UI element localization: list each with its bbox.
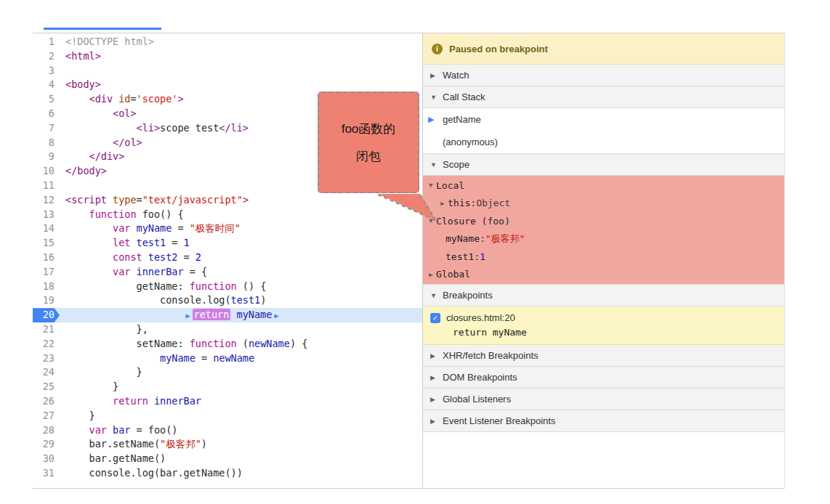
- code-text: myName = newName: [60, 351, 422, 366]
- line-number[interactable]: 8: [33, 136, 60, 150]
- call-stack-frame[interactable]: (anonymous): [423, 131, 784, 153]
- debugger-sidebar: i Paused on breakpoint ▶Watch▼Call Stack…: [423, 33, 784, 488]
- chevron-right-icon: ▶: [429, 271, 436, 278]
- code-line[interactable]: 21 },: [33, 322, 422, 337]
- code-line[interactable]: 18 getName: function () {: [33, 280, 422, 294]
- scope-category-label: Global: [436, 269, 470, 280]
- code-text: },: [60, 322, 422, 337]
- code-line[interactable]: 17 var innerBar = {: [33, 265, 422, 280]
- scope-variable[interactable]: test1: 1: [423, 248, 784, 266]
- scope-variable[interactable]: ▶this: Object: [423, 195, 784, 213]
- code-line[interactable]: 27 }: [33, 409, 422, 423]
- line-number[interactable]: 27: [33, 409, 60, 423]
- code-line[interactable]: 20 ▶return myName▶: [33, 308, 422, 322]
- code-line[interactable]: 1<!DOCTYPE html>: [33, 35, 422, 49]
- code-text: <body>: [60, 78, 422, 92]
- breakpoint-entry[interactable]: ✓closures.html:20return myName: [423, 306, 784, 345]
- code-line[interactable]: 28 var bar = foo(): [33, 423, 422, 438]
- section-header-breakpoints[interactable]: ▼Breakpoints: [423, 285, 784, 306]
- code-line[interactable]: 31 console.log(bar.getName()): [33, 466, 422, 481]
- code-text: console.log(test1): [60, 293, 422, 308]
- line-number[interactable]: 9: [33, 150, 60, 164]
- line-number[interactable]: 19: [33, 293, 60, 308]
- section-label: Call Stack: [443, 92, 485, 102]
- breakpoint-checkbox[interactable]: ✓: [430, 313, 440, 323]
- scope-category[interactable]: ▼Local: [423, 176, 784, 195]
- section-event-listener-breakpoints: ▶Event Listener Breakpoints: [423, 410, 784, 432]
- code-line[interactable]: 25 }: [33, 380, 422, 394]
- code-text: }: [60, 409, 422, 423]
- code-line[interactable]: 24 }: [33, 365, 422, 380]
- code-line[interactable]: 15 let test1 = 1: [33, 236, 422, 251]
- code-text: bar.setName("极客邦"): [60, 437, 422, 452]
- scope-category[interactable]: ▶Global: [423, 266, 784, 284]
- line-number[interactable]: 30: [33, 452, 60, 466]
- line-number[interactable]: 28: [33, 423, 60, 438]
- scope-category[interactable]: ▼Closure (foo): [423, 212, 784, 230]
- annotation-text-line2: 闭包: [356, 148, 381, 165]
- code-line[interactable]: 3: [33, 64, 422, 78]
- line-number[interactable]: 14: [33, 221, 60, 236]
- line-number[interactable]: 11: [33, 179, 60, 193]
- line-number[interactable]: 4: [33, 78, 60, 92]
- line-number[interactable]: 16: [33, 251, 60, 265]
- current-frame-arrow-icon: ▶: [428, 115, 434, 124]
- chevron-right-icon: ▶: [430, 72, 438, 79]
- call-stack-frame[interactable]: ▶getName: [423, 108, 784, 131]
- line-number[interactable]: 29: [33, 437, 60, 452]
- line-number[interactable]: 2: [33, 49, 60, 64]
- section-header-event-listener-breakpoints[interactable]: ▶Event Listener Breakpoints: [423, 410, 784, 432]
- section-xhr-fetch-breakpoints: ▶XHR/fetch Breakpoints: [423, 345, 784, 367]
- scope-variable[interactable]: myName: "极客邦": [423, 230, 784, 248]
- chevron-down-icon: ▼: [430, 94, 438, 101]
- line-number[interactable]: 17: [33, 265, 60, 280]
- line-number[interactable]: 5: [33, 92, 60, 107]
- line-number[interactable]: 7: [33, 121, 60, 136]
- line-number[interactable]: 24: [33, 365, 60, 380]
- code-line[interactable]: 19 console.log(test1): [33, 293, 422, 308]
- code-line[interactable]: 2<html>: [33, 49, 422, 64]
- line-number[interactable]: 3: [33, 64, 60, 78]
- line-number[interactable]: 6: [33, 107, 60, 121]
- section-header-call-stack[interactable]: ▼Call Stack: [423, 86, 784, 108]
- section-label: Global Listeners: [443, 394, 511, 405]
- line-number[interactable]: 22: [33, 337, 60, 351]
- code-line[interactable]: 26 return innerBar: [33, 394, 422, 409]
- chevron-down-icon: ▼: [429, 182, 436, 189]
- line-number[interactable]: 25: [33, 380, 60, 394]
- line-number[interactable]: 1: [33, 35, 60, 49]
- line-number[interactable]: 23: [33, 351, 60, 366]
- line-number[interactable]: 18: [33, 280, 60, 294]
- code-line[interactable]: 22 setName: function (newName) {: [33, 337, 422, 351]
- code-text: <html>: [60, 49, 422, 64]
- line-number[interactable]: 21: [33, 322, 60, 337]
- section-header-global-listeners[interactable]: ▶Global Listeners: [423, 389, 784, 410]
- execution-position-icon: ▶: [184, 312, 193, 320]
- line-number[interactable]: 15: [33, 236, 60, 251]
- section-header-scope[interactable]: ▼Scope: [423, 154, 784, 176]
- variable-value: "极客邦": [485, 232, 525, 245]
- line-number[interactable]: 12: [33, 193, 60, 208]
- section-scope: ▼Scope▼Local▶this: Object▼Closure (foo)m…: [423, 154, 784, 285]
- code-text: ▶return myName▶: [60, 308, 422, 322]
- variable-name: test1:: [446, 251, 480, 262]
- code-text: }: [60, 380, 422, 394]
- frame-name: (anonymous): [443, 137, 498, 147]
- code-line[interactable]: 29 bar.setName("极客邦"): [33, 437, 422, 452]
- line-number[interactable]: 10: [33, 164, 60, 179]
- code-line[interactable]: 23 myName = newName: [33, 351, 422, 366]
- line-number[interactable]: 20: [33, 308, 60, 322]
- section-header-xhr-fetch-breakpoints[interactable]: ▶XHR/fetch Breakpoints: [423, 345, 784, 367]
- code-line[interactable]: 4<body>: [33, 78, 422, 92]
- line-number[interactable]: 13: [33, 208, 60, 222]
- section-header-dom-breakpoints[interactable]: ▶DOM Breakpoints: [423, 367, 784, 389]
- line-number[interactable]: 31: [33, 466, 60, 481]
- line-number[interactable]: 26: [33, 394, 60, 409]
- code-line[interactable]: 30 bar.getName(): [33, 452, 422, 466]
- section-header-watch[interactable]: ▶Watch: [423, 65, 784, 86]
- code-text: const test2 = 2: [60, 251, 422, 265]
- section-watch: ▶Watch: [423, 65, 784, 86]
- section-label: Watch: [443, 70, 469, 81]
- code-line[interactable]: 16 const test2 = 2: [33, 251, 422, 265]
- breakpoint-code: return myName: [430, 327, 777, 338]
